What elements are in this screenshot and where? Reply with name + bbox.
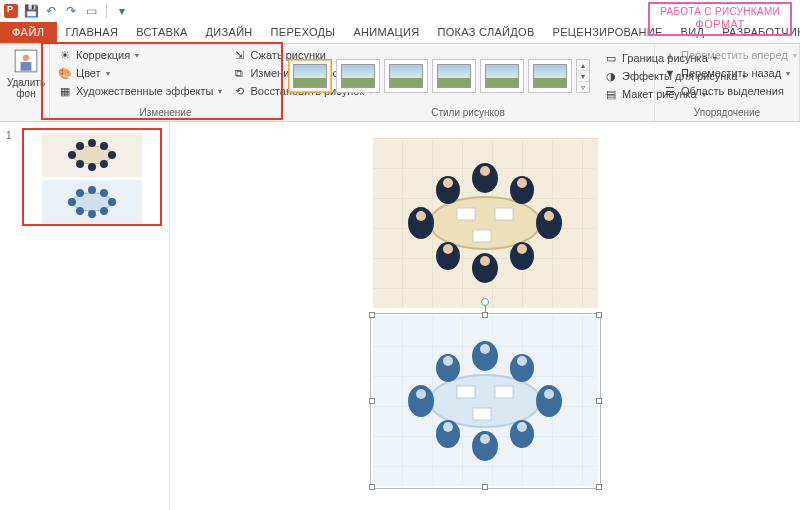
slide-number: 1 [6,130,12,141]
svg-point-12 [100,160,108,168]
tab-transitions[interactable]: ПЕРЕХОДЫ [262,22,345,43]
style-thumb-4[interactable] [432,59,476,93]
undo-icon[interactable]: ↶ [44,4,58,18]
group-arrange-label: Упорядочение [661,105,793,121]
svg-point-39 [443,178,453,188]
svg-point-11 [76,160,84,168]
style-thumb-1[interactable] [288,59,332,93]
remove-background-icon [12,47,40,75]
svg-point-9 [76,142,84,150]
svg-rect-45 [473,230,491,242]
svg-point-65 [517,422,527,432]
tab-design[interactable]: ДИЗАЙН [197,22,262,43]
slideshow-from-start-icon[interactable]: ▭ [84,4,98,18]
compress-icon: ⇲ [232,48,246,62]
send-backward-icon: ▼ [663,66,677,80]
color-icon: 🎨 [58,66,72,80]
svg-rect-67 [495,386,513,398]
group-arrange: ▲ Переместить вперед▾ ▼ Переместить наза… [655,44,800,121]
svg-point-5 [68,151,76,159]
selection-pane-label: Область выделения [681,85,784,97]
tab-format[interactable]: ФОРМАТ [652,17,788,34]
svg-point-1 [23,55,30,62]
svg-point-42 [517,244,527,254]
resize-handle-bc[interactable] [482,484,488,490]
remove-background-button[interactable]: Удалить фон [6,47,46,99]
svg-point-7 [88,139,96,147]
border-icon: ▭ [604,51,618,65]
bring-forward-label: Переместить вперед [681,49,788,61]
corrections-label: Коррекция [76,49,130,61]
svg-point-62 [443,356,453,366]
bring-forward-button[interactable]: ▲ Переместить вперед▾ [661,47,799,63]
rotate-handle[interactable] [481,298,489,306]
resize-handle-tr[interactable] [596,312,602,318]
svg-point-20 [100,189,108,197]
gallery-more[interactable]: ▴▾▿ [576,59,590,93]
tab-animation[interactable]: АНИМАЦИЯ [344,22,428,43]
redo-icon[interactable]: ↷ [64,4,78,18]
style-thumb-2[interactable] [336,59,380,93]
svg-point-21 [76,207,84,215]
resize-handle-tc[interactable] [482,312,488,318]
qat-more-icon[interactable]: ▾ [115,4,129,18]
slide-canvas [205,132,765,486]
svg-point-41 [443,244,453,254]
bring-forward-icon: ▲ [663,48,677,62]
resize-handle-mr[interactable] [596,398,602,404]
resize-handle-tl[interactable] [369,312,375,318]
brightness-icon: ☀ [58,48,72,62]
tab-home[interactable]: ГЛАВНАЯ [57,22,128,43]
group-adjust-label: Изменение [56,105,275,121]
group-remove-bg: Удалить фон [0,44,50,121]
ribbon: Удалить фон ☀ Коррекция▾ 🎨 Цвет▾ ▦ Худож… [0,44,800,122]
slide-thumbnail-pane[interactable]: 1 [0,122,170,510]
slide-thumbnail-1[interactable] [22,128,162,226]
resize-handle-bl[interactable] [369,484,375,490]
svg-point-35 [416,211,426,221]
layout-icon: ▤ [604,87,618,101]
corrections-button[interactable]: ☀ Коррекция▾ [56,47,224,63]
ribbon-tabs: ФАЙЛ ГЛАВНАЯ ВСТАВКА ДИЗАЙН ПЕРЕХОДЫ АНИ… [0,22,800,44]
selection-pane-button[interactable]: ☰ Область выделения [661,83,799,99]
svg-point-15 [68,198,76,206]
svg-point-63 [517,356,527,366]
svg-rect-43 [457,208,475,220]
style-thumb-5[interactable] [480,59,524,93]
svg-point-6 [108,151,116,159]
thumb-image-top [27,133,157,177]
style-thumb-6[interactable] [528,59,572,93]
tab-insert[interactable]: ВСТАВКА [127,22,196,43]
svg-point-22 [100,207,108,215]
app-icon [4,4,18,18]
svg-point-64 [443,422,453,432]
svg-point-8 [88,163,96,171]
workspace: 1 [0,122,800,510]
tab-slideshow[interactable]: ПОКАЗ СЛАЙДОВ [428,22,543,43]
color-button[interactable]: 🎨 Цвет▾ [56,65,224,81]
artistic-effects-button[interactable]: ▦ Художественные эффекты▾ [56,83,224,99]
picture-original[interactable] [373,138,598,308]
svg-point-36 [544,211,554,221]
svg-rect-44 [495,208,513,220]
send-backward-button[interactable]: ▼ Переместить назад▾ [661,65,799,81]
picture-recolored-selected[interactable] [373,316,598,486]
send-backward-label: Переместить назад [681,67,781,79]
slide-editor[interactable] [170,122,800,510]
resize-handle-br[interactable] [596,484,602,490]
resize-handle-ml[interactable] [369,398,375,404]
svg-point-40 [517,178,527,188]
svg-point-58 [416,389,426,399]
picture-tools-context: РАБОТА С РИСУНКАМИ ФОРМАТ [648,2,792,36]
separator [106,4,107,18]
svg-point-18 [88,210,96,218]
svg-point-38 [480,256,490,266]
artistic-label: Художественные эффекты [76,85,213,97]
style-thumb-3[interactable] [384,59,428,93]
svg-point-17 [88,186,96,194]
reset-icon: ⟲ [232,84,246,98]
svg-rect-66 [457,386,475,398]
tab-file[interactable]: ФАЙЛ [0,22,57,43]
svg-point-16 [108,198,116,206]
save-icon[interactable]: 💾 [24,4,38,18]
